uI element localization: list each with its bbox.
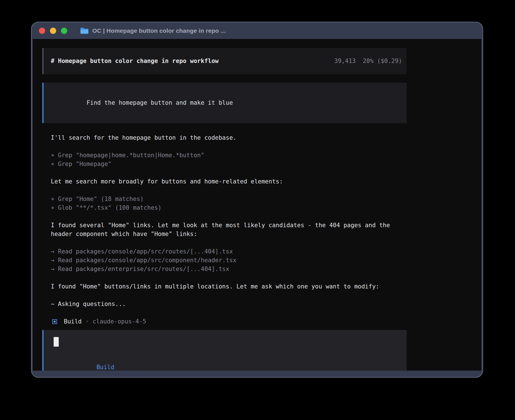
assistant-text: I'll search for the homepage button in t… bbox=[51, 134, 407, 142]
assistant-text: I found several "Home" links. Let me loo… bbox=[51, 221, 407, 230]
tool-call-grep: ∗ Grep "homepage|home.*button|Home.*butt… bbox=[51, 151, 407, 160]
terminal-body: # Homepage button color change in repo w… bbox=[33, 39, 481, 371]
spacer bbox=[51, 291, 407, 300]
session-stats: 39,41320% ($0.29) bbox=[334, 57, 402, 65]
input-status-line: Build Claude Opus 4.5 OpenCode Zen bbox=[54, 354, 402, 371]
agent-model: claude-opus-4-5 bbox=[93, 317, 146, 326]
mode-badge[interactable]: Build bbox=[97, 364, 114, 371]
spacer bbox=[51, 239, 407, 247]
user-message: Find the homepage button and make it blu… bbox=[42, 83, 407, 123]
agent-build-icon bbox=[52, 319, 57, 324]
assistant-text: Let me search more broadly for buttons a… bbox=[51, 177, 407, 186]
spacer bbox=[51, 142, 407, 151]
tool-call-read: → Read packages/console/app/src/routes/[… bbox=[51, 247, 407, 256]
session-content: # Homepage button color change in repo w… bbox=[42, 48, 407, 371]
tool-call-glob: ∗ Glob "**/*.tsx" (100 matches) bbox=[51, 204, 407, 212]
agent-status-line: Build · claude-opus-4-5 bbox=[51, 317, 407, 326]
spacer bbox=[51, 169, 407, 177]
session-title: # Homepage button color change in repo w… bbox=[51, 57, 219, 65]
context-cost: 20% ($0.29) bbox=[363, 58, 402, 64]
terminal-window: OC | Homepage button color change in rep… bbox=[31, 22, 483, 378]
agent-name: Build bbox=[64, 317, 82, 326]
assistant-text: I found "Home" buttons/links in multiple… bbox=[51, 282, 407, 291]
window-title: OC | Homepage button color change in rep… bbox=[92, 27, 226, 34]
titlebar[interactable]: OC | Homepage button color change in rep… bbox=[32, 22, 483, 39]
prompt-input[interactable]: Build Claude Opus 4.5 OpenCode Zen bbox=[42, 330, 407, 371]
text-cursor bbox=[54, 337, 59, 347]
tool-call-grep: ∗ Grep "Home" (18 matches) bbox=[51, 195, 407, 204]
token-count: 39,413 bbox=[334, 58, 356, 64]
spacer bbox=[51, 212, 407, 221]
zoom-button[interactable] bbox=[61, 28, 67, 34]
close-button[interactable] bbox=[39, 28, 45, 34]
tool-call-read: → Read packages/console/app/src/componen… bbox=[51, 256, 407, 265]
spacer bbox=[51, 274, 407, 282]
minimize-button[interactable] bbox=[50, 28, 56, 34]
spacer bbox=[51, 186, 407, 195]
traffic-lights bbox=[39, 28, 67, 34]
spacer bbox=[51, 309, 407, 317]
tool-call-read: → Read packages/enterprise/src/routes/[.… bbox=[51, 265, 407, 274]
session-header: # Homepage button color change in repo w… bbox=[42, 48, 407, 74]
separator-dot: · bbox=[85, 317, 89, 326]
assistant-text: header component which have "Home" links… bbox=[51, 230, 407, 239]
tool-call-grep: ∗ Grep "Homepage" bbox=[51, 160, 407, 169]
user-message-text: Find the homepage button and make it blu… bbox=[86, 99, 233, 106]
transcript: I'll search for the homepage button in t… bbox=[42, 134, 407, 326]
assistant-status-text: ~ Asking questions... bbox=[51, 300, 407, 309]
desktop: OC | Homepage button color change in rep… bbox=[0, 0, 515, 420]
folder-icon bbox=[80, 27, 89, 34]
